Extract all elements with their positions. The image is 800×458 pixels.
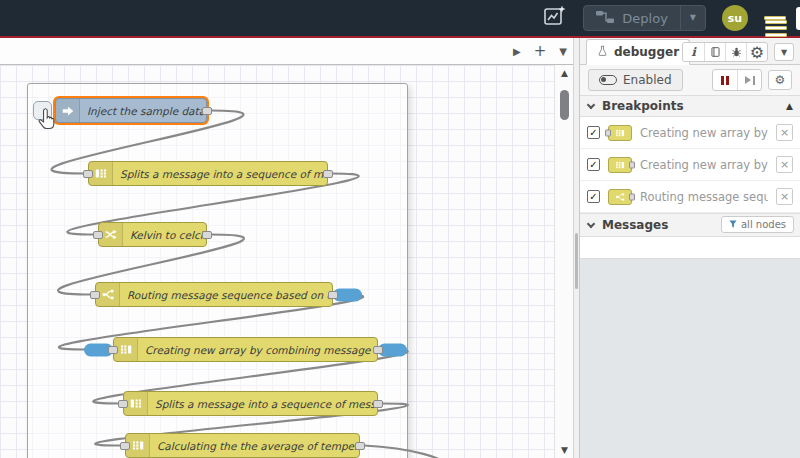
add-flow-button[interactable]: + [534, 42, 547, 60]
breakpoint-checkbox[interactable]: ✓ [587, 190, 600, 203]
scroll-top-icon[interactable]: ▲ [786, 101, 793, 111]
tab-debugger[interactable]: debugger [586, 39, 690, 65]
node-switch[interactable]: Routing message sequence based on condit… [95, 282, 333, 307]
menu-icon [764, 16, 786, 20]
close-icon[interactable]: × [776, 156, 793, 173]
avatar[interactable]: su [722, 5, 748, 31]
partial-button [796, 7, 800, 30]
debug-tab-button[interactable] [725, 43, 746, 61]
filter-icon [729, 219, 737, 230]
breakpoint-checkbox[interactable]: ✓ [587, 158, 600, 171]
output-port[interactable] [323, 170, 333, 178]
breakpoint-row[interactable]: ✓ Creating new array by combining messag… [580, 117, 800, 149]
close-icon[interactable]: × [776, 124, 793, 141]
messages-filter-button[interactable]: all nodes [721, 216, 794, 233]
node-label: Splits a message into a sequence of mess… [113, 162, 327, 185]
chevron-down-icon [587, 100, 595, 108]
config-tab-button[interactable]: ⚙ [746, 43, 767, 61]
sidebar: debugger i ⚙ ▼ [580, 38, 800, 458]
output-port[interactable] [355, 442, 365, 450]
scrollbar-thumb[interactable] [560, 90, 569, 120]
section-title: Messages [602, 218, 668, 232]
info-icon: i [691, 45, 696, 59]
filter-label: all nodes [741, 219, 786, 230]
flow-tab-bar: ▶ + ▼ [0, 38, 573, 65]
flow-list-caret-icon[interactable]: ▼ [559, 46, 567, 57]
flow-preview-icon [542, 4, 567, 32]
debugger-enabled-toggle[interactable]: Enabled [588, 69, 683, 91]
messages-section-header[interactable]: Messages all nodes [580, 213, 800, 237]
join-node-icon [608, 157, 632, 173]
step-next-icon [745, 76, 751, 84]
scroll-up-icon[interactable]: ▲ [555, 68, 573, 78]
menu-button[interactable] [764, 14, 786, 23]
node-split-2[interactable]: Splits a message into a sequence of mess… [123, 391, 378, 416]
node-label: Routing message sequence based on condit… [120, 283, 332, 306]
breakpoint-row[interactable]: ✓ Routing message sequence based on cond… [580, 181, 800, 213]
input-port[interactable] [118, 400, 128, 408]
flow-preview-button[interactable] [542, 4, 567, 32]
breakpoint-label: Creating new array by combining message … [640, 126, 768, 140]
scroll-down-icon[interactable]: ▼ [555, 445, 573, 455]
port-nub [629, 193, 635, 200]
sidebar-tabs-caret-icon[interactable]: ▼ [774, 43, 794, 61]
deploy-caret-icon[interactable]: ▼ [680, 5, 705, 31]
switch-node-icon [608, 189, 632, 205]
node-change[interactable]: Kelvin to celcius [98, 222, 207, 247]
breakpoint-label: Creating new array by combining message … [640, 158, 768, 172]
app-header: Deploy ▼ su [0, 0, 800, 36]
join-node-icon [608, 125, 632, 141]
flow-canvas[interactable]: Inject the sample data Splits a message … [0, 65, 573, 458]
step-next-button[interactable] [737, 70, 761, 90]
tab-scroll-right-icon[interactable]: ▶ [513, 46, 521, 57]
pause-button[interactable] [713, 70, 737, 90]
help-tab-button[interactable] [704, 43, 725, 61]
inject-arrow-icon [56, 99, 80, 122]
section-title: Breakpoints [602, 99, 684, 113]
breakpoint-checkbox[interactable]: ✓ [587, 126, 600, 139]
info-tab-button[interactable]: i [683, 43, 704, 61]
node-inject[interactable]: Inject the sample data [55, 98, 207, 123]
node-label: Kelvin to celcius [123, 223, 206, 246]
breakpoints-section-header[interactable]: Breakpoints ▲ [580, 95, 800, 117]
input-port[interactable] [83, 170, 93, 178]
input-port[interactable] [90, 291, 100, 299]
gear-icon: ⚙ [750, 43, 764, 62]
output-port[interactable] [202, 107, 212, 115]
book-icon [710, 43, 721, 62]
node-label: Creating new array by combining message … [138, 338, 377, 361]
breakpoint-row[interactable]: ✓ Creating new array by combining messag… [580, 149, 800, 181]
input-port[interactable] [120, 442, 130, 450]
gear-icon: ⚙ [775, 73, 786, 87]
panel-resize-handle[interactable] [573, 38, 580, 458]
input-port[interactable] [108, 346, 118, 354]
flask-icon [597, 45, 608, 60]
toggle-icon [599, 75, 617, 85]
node-split-1[interactable]: Splits a message into a sequence of mess… [88, 161, 328, 186]
node-label: Inject the sample data [80, 99, 206, 122]
pause-icon [721, 76, 724, 85]
debugger-settings-button[interactable]: ⚙ [768, 70, 792, 90]
bug-icon [731, 43, 742, 62]
output-port[interactable] [202, 231, 212, 239]
node-join-1[interactable]: Creating new array by combining message … [113, 337, 378, 362]
close-icon[interactable]: × [776, 188, 793, 205]
node-join-2[interactable]: Calculating the the average of temperatu… [125, 433, 360, 458]
node-label: Calculating the the average of temperatu… [150, 434, 359, 457]
deploy-button[interactable]: Deploy ▼ [583, 5, 706, 31]
messages-list [580, 237, 800, 259]
input-port[interactable] [93, 231, 103, 239]
canvas-scrollbar[interactable]: ▲ ▼ [554, 65, 573, 458]
output-port[interactable] [373, 346, 383, 354]
deploy-nodes-icon [596, 11, 614, 26]
port-nub [629, 161, 635, 168]
breakpoint-label: Routing message sequence based on condit… [640, 190, 768, 204]
debugger-toolbar: Enabled ⚙ [580, 65, 800, 95]
node-label: Splits a message into a sequence of mess… [148, 392, 377, 415]
output-port[interactable] [328, 291, 338, 299]
hand-cursor-icon [36, 108, 56, 134]
output-port[interactable] [373, 400, 383, 408]
deploy-label: Deploy [622, 11, 668, 26]
enabled-label: Enabled [623, 73, 672, 87]
chevron-down-icon [587, 219, 595, 227]
